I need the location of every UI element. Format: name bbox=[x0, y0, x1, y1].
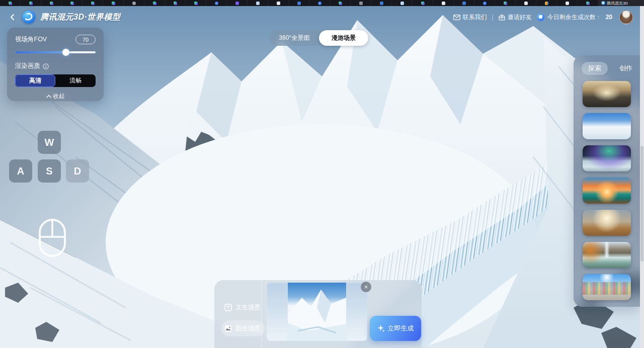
generator-mode-column: 文生场景 图生场景 bbox=[214, 280, 262, 348]
uploaded-image-preview[interactable] bbox=[267, 283, 367, 341]
browser-tab[interactable] bbox=[309, 0, 330, 6]
browser-tab[interactable] bbox=[103, 0, 124, 6]
text-scene-icon bbox=[224, 304, 232, 311]
browser-scrollbar-thumb[interactable] bbox=[640, 146, 643, 262]
browser-tab[interactable] bbox=[83, 0, 103, 6]
browser-tab[interactable] bbox=[248, 0, 268, 6]
tab-favicon-sprout bbox=[29, 2, 33, 5]
tab-favicon-white-square bbox=[566, 2, 569, 5]
app-header: 腾讯混元3D·世界模型 联系我们 | 邀请好友 今日剩余生成次数： 20 bbox=[0, 6, 640, 28]
browser-tab[interactable] bbox=[516, 0, 536, 6]
thumbnail-waterfall-canyon[interactable] bbox=[583, 242, 631, 268]
tab-favicon-blue-square bbox=[297, 2, 301, 5]
mode-option-roam[interactable]: 漫游场景 bbox=[319, 30, 368, 46]
quota-badge-icon bbox=[537, 14, 544, 21]
tab-favicon-sprout bbox=[194, 2, 198, 5]
browser-tab[interactable] bbox=[495, 0, 516, 6]
user-avatar[interactable] bbox=[619, 11, 633, 24]
browser-tab[interactable] bbox=[124, 0, 144, 6]
quota-value: 20 bbox=[606, 14, 612, 21]
thumbnail-snow-mountain[interactable] bbox=[583, 113, 631, 139]
thumbnail-desert-dunes-sun[interactable] bbox=[583, 210, 631, 236]
back-button[interactable] bbox=[7, 12, 18, 23]
browser-tab[interactable] bbox=[0, 0, 21, 6]
browser-tab[interactable] bbox=[268, 0, 289, 6]
browser-tab[interactable] bbox=[330, 0, 351, 6]
collapse-panel-button[interactable]: 收起 bbox=[15, 93, 96, 100]
view-settings-panel: 视场角FOV 70 渲染画质 高清 流畅 收起 bbox=[7, 28, 104, 101]
tab-favicon-blue-circle bbox=[483, 2, 487, 5]
browser-tab[interactable] bbox=[62, 0, 83, 6]
thumbnail-tropical-sunset-sea[interactable] bbox=[583, 178, 631, 204]
collapse-label: 收起 bbox=[53, 93, 65, 100]
browser-tabs bbox=[0, 0, 599, 6]
key-hint-s: S bbox=[38, 159, 61, 183]
tab-explore[interactable]: 探索 bbox=[582, 62, 608, 75]
tab-favicon-gray-square bbox=[359, 2, 363, 5]
preview-mountain-art bbox=[288, 283, 346, 341]
mode-image-to-scene[interactable]: 图生场景 bbox=[221, 320, 265, 336]
browser-tab[interactable] bbox=[206, 0, 227, 6]
fov-slider-handle[interactable] bbox=[62, 49, 69, 56]
tab-create[interactable]: 创作 bbox=[613, 62, 639, 75]
fov-slider-fill bbox=[15, 51, 66, 53]
browser-tab[interactable] bbox=[144, 0, 165, 6]
fov-slider[interactable] bbox=[15, 49, 96, 56]
quality-option-smooth[interactable]: 流畅 bbox=[55, 74, 96, 87]
browser-tab[interactable] bbox=[413, 0, 433, 6]
tab-favicon-sprout bbox=[153, 2, 156, 5]
browser-tab[interactable] bbox=[351, 0, 371, 6]
browser-tab[interactable] bbox=[227, 0, 248, 6]
header-actions: 联系我们 | 邀请好友 今日剩余生成次数： 20 bbox=[453, 11, 633, 24]
browser-tab-active[interactable]: 腾讯混元3D bbox=[599, 0, 644, 6]
browser-tab[interactable] bbox=[433, 0, 454, 6]
thumbnail-voxel-city[interactable] bbox=[583, 274, 631, 300]
image-scene-label: 图生场景 bbox=[235, 324, 261, 333]
fov-value-field[interactable]: 70 bbox=[75, 35, 96, 44]
browser-tab[interactable] bbox=[536, 0, 557, 6]
quality-option-hd[interactable]: 高清 bbox=[15, 74, 55, 87]
tab-favicon-lightblue-square bbox=[400, 2, 404, 5]
browser-tab[interactable] bbox=[392, 0, 413, 6]
browser-tab[interactable] bbox=[474, 0, 495, 6]
mode-text-to-scene[interactable]: 文生场景 bbox=[221, 299, 265, 315]
browser-tab[interactable] bbox=[578, 0, 598, 6]
app-title: 腾讯混元3D·世界模型 bbox=[40, 12, 120, 23]
browser-tab[interactable] bbox=[371, 0, 392, 6]
gift-icon bbox=[499, 14, 505, 21]
browser-tab[interactable] bbox=[41, 0, 62, 6]
thumbnail-aurora-ice-field[interactable] bbox=[583, 145, 631, 171]
thumbnail-fantasy-tower-canyon[interactable] bbox=[583, 81, 631, 107]
generate-button[interactable]: 立即生成 bbox=[370, 316, 421, 341]
chevron-up-icon bbox=[46, 95, 51, 98]
generate-label: 立即生成 bbox=[388, 324, 414, 333]
hunyuan-logo-icon bbox=[22, 11, 35, 24]
tab-favicon-sprout bbox=[339, 2, 342, 5]
back-chevron-icon bbox=[9, 14, 16, 21]
scene-thumbnail-list bbox=[574, 81, 640, 300]
tab-favicon-lightblue-square bbox=[256, 2, 260, 5]
tab-favicon-white-square bbox=[524, 2, 528, 5]
mouse-drag-hint bbox=[38, 218, 67, 258]
invite-friends-link[interactable]: 邀请好友 bbox=[499, 13, 532, 22]
fov-label: 视场角FOV bbox=[15, 35, 47, 44]
remove-image-button[interactable]: × bbox=[361, 282, 371, 292]
tab-favicon-blue-square bbox=[380, 2, 383, 5]
browser-tab[interactable] bbox=[165, 0, 186, 6]
contact-us-link[interactable]: 联系我们 bbox=[453, 13, 487, 22]
browser-tab[interactable] bbox=[454, 0, 474, 6]
mode-option-panorama[interactable]: 360°全景图 bbox=[270, 30, 319, 46]
browser-tab[interactable] bbox=[289, 0, 309, 6]
tab-favicon-white-square bbox=[277, 2, 280, 5]
image-scene-icon bbox=[224, 325, 232, 332]
browser-scrollbar-track[interactable] bbox=[640, 6, 644, 348]
tab-favicon-blue-circle bbox=[318, 2, 321, 5]
info-icon[interactable] bbox=[43, 63, 49, 69]
tab-favicon-sprout bbox=[91, 2, 95, 5]
browser-tab[interactable] bbox=[21, 0, 41, 6]
tab-favicon-sprout bbox=[70, 2, 74, 5]
tab-favicon-sprout bbox=[50, 2, 53, 5]
browser-tab[interactable] bbox=[186, 0, 206, 6]
tab-favicon-white-square bbox=[442, 2, 445, 5]
browser-tab[interactable] bbox=[557, 0, 578, 6]
